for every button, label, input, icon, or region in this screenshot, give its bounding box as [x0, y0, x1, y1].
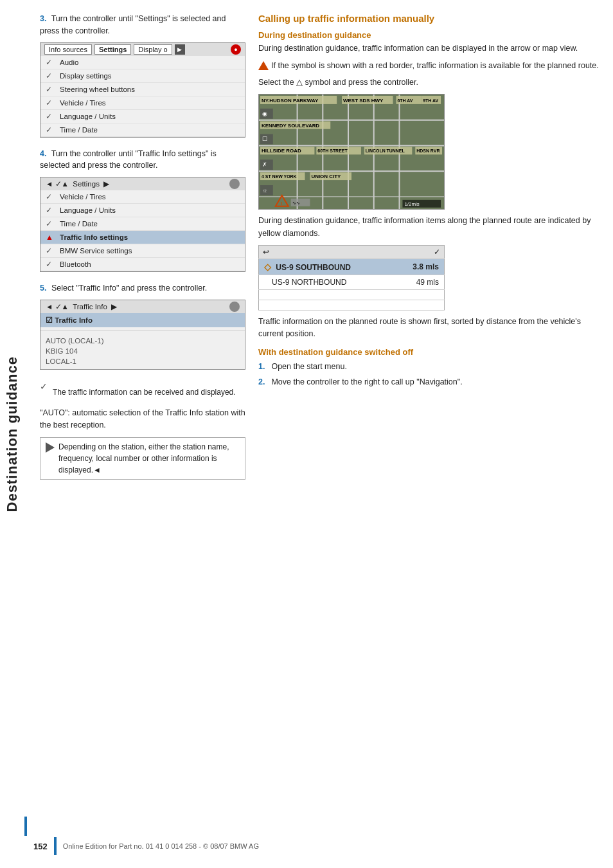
step-off-1-text: Open the start menu. [271, 361, 346, 373]
traffic-table: ↩ ✓ ◇ US-9 SOUTHBOUND 3.8 mls US-9 NORTH… [258, 245, 445, 311]
footer: 152 Online Edition for Part no. 01 41 0 … [33, 837, 600, 855]
step-off-1-num: 1. [258, 361, 265, 373]
traffic-auto: AUTO (LOCAL-1) [46, 336, 240, 346]
note-text-3: Depending on the station, either the sta… [58, 441, 240, 476]
check-icon-time: ✓ [46, 125, 56, 134]
traffic-list: AUTO (LOCAL-1) KBIG 104 LOCAL-1 [40, 333, 245, 369]
settings-vehicle: ✓ Vehicle / Tires [40, 190, 245, 204]
traffic-row-northbound: US-9 NORTHBOUND 49 mls [259, 275, 445, 289]
svg-text:HILLSIDE ROAD: HILLSIDE ROAD [262, 148, 301, 154]
main-content: 3. Turn the controller until "Settings" … [33, 0, 613, 523]
svg-text:✗: ✗ [262, 161, 267, 168]
svg-text:NY.HUDSON PARKWAY: NY.HUDSON PARKWAY [262, 98, 319, 104]
svg-text:HDSN RVR: HDSN RVR [416, 149, 440, 153]
ui-box-2: ◄ ✓▲ Settings ▶ ✓ Vehicle / Tires ✓ Lang… [40, 177, 245, 272]
settings-circle-btn[interactable] [229, 179, 240, 189]
note-text-1: The traffic information can be received … [53, 386, 236, 398]
settings-bluetooth: ✓ Bluetooth [40, 258, 245, 271]
step-5-number: 5. [40, 284, 46, 293]
check-icon-display: ✓ [46, 71, 56, 80]
sidebar: Destination guidance [0, 0, 24, 868]
check-icon-language: ✓ [46, 112, 56, 121]
warn-text-2: Select the △ symbol and press the contro… [258, 77, 600, 89]
settings-traffic-info[interactable]: ▲ Traffic Info settings [40, 231, 245, 244]
play-icon [46, 442, 55, 453]
menu-item-language: ✓ Language / Units [40, 110, 245, 123]
check-icon-audio: ✓ [46, 58, 56, 67]
note-check-block: The traffic information can be received … [40, 380, 245, 403]
svg-text:◉: ◉ [262, 111, 267, 117]
footer-text: Online Edition for Part no. 01 41 0 014 … [63, 842, 259, 850]
circle-btn[interactable]: ● [231, 44, 241, 55]
ui-box-1-header: Info sources Settings Display o ▶ ● [40, 43, 245, 56]
menu-item-steering: ✓ Steering wheel buttons [40, 83, 245, 96]
svg-text:∿∿: ∿∿ [292, 201, 300, 205]
step-off-2-text: Move the controller to the right to call… [271, 376, 462, 388]
bottom-bar [24, 817, 27, 836]
menu-item-vehicle: ✓ Vehicle / Tires [40, 96, 245, 110]
right-column: Calling up traffic information manually … [258, 13, 600, 485]
map-box: NY.HUDSON PARKWAY WEST SDS HWY 6TH AV 9T… [258, 94, 445, 210]
traffic-row-empty-2 [259, 300, 445, 310]
left-column: 3. Turn the controller until "Settings" … [40, 13, 245, 485]
triangle-warn-icon-1 [258, 61, 269, 70]
svg-text:4 ST NEW YORK: 4 ST NEW YORK [262, 174, 297, 179]
settings-bmw: ✓ BMW Service settings [40, 244, 245, 258]
step-4-block: 4. Turn the controller until "Traffic In… [40, 148, 245, 273]
svg-text:LINCOLN TUNNEL: LINCOLN TUNNEL [366, 149, 405, 153]
footer-line [54, 837, 57, 855]
step-off-1: 1. Open the start menu. [258, 361, 600, 373]
svg-text:!: ! [281, 201, 283, 206]
traffic-row-empty-1 [259, 289, 445, 300]
menu-item-display: ✓ Display settings [40, 69, 245, 83]
traffic-selected[interactable]: ☑ Traffic Info [40, 313, 245, 327]
step-4-text: 4. Turn the controller until "Traffic In… [40, 148, 245, 172]
warn-block-1: If the symbol is shown with a red border… [258, 60, 600, 72]
checkmark-icon [40, 380, 50, 389]
step-3-number: 3. [40, 14, 46, 23]
step-off-2-num: 2. [258, 376, 265, 388]
sub-heading-off: With destination guidance switched off [258, 347, 600, 357]
ui-box-1: Info sources Settings Display o ▶ ● ✓ Au… [40, 42, 245, 138]
table-check-icon: ✓ [434, 248, 440, 257]
tab-info-sources[interactable]: Info sources [44, 44, 92, 55]
warn-text-1: If the symbol is shown with a red border… [271, 60, 599, 72]
tab-settings[interactable]: Settings [94, 44, 131, 55]
traffic-circle-btn[interactable] [229, 302, 240, 312]
check-icon-steering: ✓ [46, 85, 56, 94]
step-4-number: 4. [40, 149, 46, 158]
map-svg: NY.HUDSON PARKWAY WEST SDS HWY 6TH AV 9T… [259, 95, 444, 210]
para-during-1: During destination guidance, traffic inf… [258, 42, 600, 55]
divider [40, 330, 245, 330]
settings-time: ✓ Time / Date [40, 217, 245, 231]
step-5-text: 5. Select "Traffic Info" and press the c… [40, 282, 245, 294]
traffic-row-southbound: ◇ US-9 SOUTHBOUND 3.8 mls [259, 258, 445, 275]
svg-text:WEST SDS HWY: WEST SDS HWY [343, 98, 384, 104]
traffic-kbig: KBIG 104 [46, 346, 240, 356]
arrow-right-btn[interactable]: ▶ [175, 44, 185, 55]
svg-text:9TH AV: 9TH AV [423, 98, 438, 103]
svg-text:☐: ☐ [262, 136, 267, 143]
traffic-local: LOCAL-1 [46, 356, 240, 366]
svg-text:☼: ☼ [262, 187, 267, 194]
step-off-2: 2. Move the controller to the right to c… [258, 376, 600, 388]
svg-text:1/2mls: 1/2mls [404, 201, 419, 207]
diamond-icon-1: ◇ [264, 262, 271, 272]
steps-list: 1. Open the start menu. 2. Move the cont… [258, 361, 600, 389]
step-3-block: 3. Turn the controller until "Settings" … [40, 13, 245, 138]
sidebar-title: Destination guidance [4, 356, 21, 512]
svg-text:UNION CITY: UNION CITY [311, 174, 341, 179]
check-icon-vehicle: ✓ [46, 98, 56, 107]
sub-heading-during: During destination guidance [258, 30, 600, 40]
svg-text:6TH AV: 6TH AV [398, 98, 413, 103]
settings-language: ✓ Language / Units [40, 204, 245, 217]
svg-text:KENNEDY SOULEVARD: KENNEDY SOULEVARD [262, 123, 319, 129]
para-3: Traffic information on the planned route… [258, 316, 600, 341]
traffic-header: ◄ ✓▲ Traffic Info ▶ [40, 300, 245, 313]
menu-item-audio: ✓ Audio [40, 56, 245, 69]
traffic-table-header-row: ↩ ✓ [259, 245, 445, 258]
main-heading: Calling up traffic information manually [258, 13, 600, 24]
settings-header: ◄ ✓▲ Settings ▶ [40, 177, 245, 190]
tab-display[interactable]: Display o [134, 44, 172, 55]
svg-text:60TH STREET: 60TH STREET [317, 149, 348, 153]
